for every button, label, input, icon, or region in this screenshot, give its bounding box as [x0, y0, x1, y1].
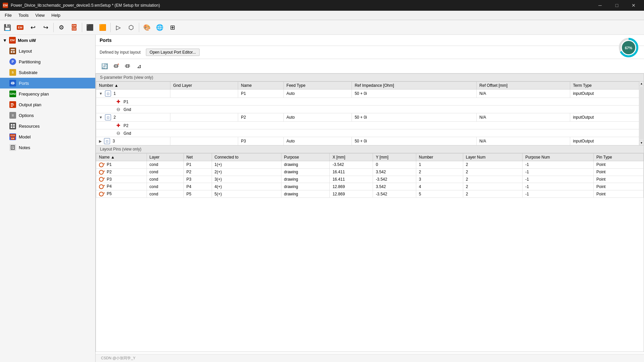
content-area: 67% Ports Defined by input layout Open L… [96, 35, 644, 362]
resources-icon [9, 123, 16, 129]
table-row[interactable]: ✚ P1 [96, 98, 644, 106]
table-row[interactable]: + P5 cond P5 5(+) drawing 12.869 -3.542 … [96, 190, 644, 198]
expand-icon[interactable]: ▶ [99, 139, 102, 143]
sidebar-item-ports[interactable]: Ports [0, 78, 95, 88]
separator-2 [82, 23, 82, 32]
sidebar-item-frequency-plan[interactable]: GHz Frequency plan [0, 88, 95, 99]
watermark-text: CSDN @小张同学_Y [101, 356, 136, 360]
sidebar-item-output-plan[interactable]: Output plan [0, 99, 95, 110]
sparameter-scrollbar: ▲ ▼ [639, 81, 644, 145]
layout-pins-label: Layout Pins (view only) [96, 145, 644, 153]
table-row[interactable]: ⊖ Gnd [96, 129, 644, 137]
sidebar-item-layout[interactable]: Layout [0, 46, 95, 56]
svg-rect-8 [11, 124, 12, 126]
pin-col-name: Name ▲ [96, 154, 147, 161]
table-row[interactable]: ▼ ⊡ 1 P1 Auto 50 + 0i N/A inputOutput [96, 89, 644, 98]
sidebar-item-substrate[interactable]: S Substrate [0, 67, 95, 78]
sidebar-item-resources[interactable]: Resources [0, 121, 95, 131]
progress-circle: 67% [619, 38, 639, 58]
col-number: Number ▲ [96, 82, 170, 89]
sidebar-label-partitioning: Partitioning [19, 59, 41, 64]
sidebar-label-layout: Layout [19, 49, 32, 54]
maximize-button[interactable]: □ [609, 0, 625, 11]
sidebar-item-partitioning[interactable]: P Partitioning [0, 56, 95, 67]
pin-col-purpose: Purpose [281, 154, 330, 161]
svg-rect-10 [11, 126, 12, 128]
sparameter-label: S-parameter Ports (view only) [96, 74, 644, 81]
run-button[interactable]: ▷ [112, 21, 124, 34]
col-gnd-layer: Gnd Layer [170, 82, 238, 89]
substrate-icon: S [9, 69, 16, 76]
sidebar-item-notes[interactable]: Notes [0, 142, 95, 153]
scroll-down-arrow[interactable]: ▼ [639, 140, 644, 145]
expand-icon[interactable]: ▼ [99, 115, 103, 119]
table-row[interactable]: + P3 cond P3 3(+) drawing 16.411 -3.542 … [96, 176, 644, 183]
table-row[interactable]: + P2 cond P2 2(+) drawing 16.411 3.542 2… [96, 168, 644, 176]
save-button[interactable]: 💾 [1, 21, 13, 34]
menu-view[interactable]: View [32, 11, 48, 19]
main-container: ▼ EM Mom uW Layout P Partitioning S Subs… [0, 35, 644, 362]
table-row[interactable]: ⊖ Gnd [96, 106, 644, 113]
layout-button[interactable]: ⬛ [84, 21, 96, 34]
ports-top-bar: Defined by input layout Open Layout Port… [96, 46, 644, 59]
em-button[interactable]: EM [14, 21, 26, 34]
pin-col-purpose-num: Purpose Num [523, 154, 594, 161]
sidebar-label-output: Output plan [19, 102, 41, 107]
expand-icon[interactable]: ▼ [99, 92, 103, 96]
sidebar-group-mom[interactable]: ▼ EM Mom uW [0, 35, 95, 46]
menu-tools[interactable]: Tools [15, 11, 32, 19]
table-row[interactable]: + P4 cond P4 4(+) drawing 12.869 3.542 4… [96, 183, 644, 190]
svg-text:-: - [129, 63, 130, 66]
sidebar-item-options[interactable]: ≡ Options [0, 110, 95, 121]
table-row[interactable]: ▼ ⊡ 2 P2 Auto 50 + 0i N/A inputOutput [96, 113, 644, 122]
menu-help[interactable]: Help [48, 11, 64, 19]
refresh-button[interactable]: 🔄 [100, 61, 110, 71]
pin-col-net: Net [183, 154, 212, 161]
close-button[interactable]: ✕ [626, 0, 641, 11]
layers-button[interactable]: 🟧 [97, 21, 109, 34]
redo-button[interactable]: ↪ [40, 21, 52, 34]
separator-1 [53, 23, 54, 32]
add-port-button[interactable]: + [111, 61, 121, 71]
ports-icon [9, 80, 16, 86]
col-name: Name [238, 82, 284, 89]
table-row[interactable]: ✚ P2 [96, 122, 644, 129]
app-icon: EM [3, 3, 8, 8]
separator-4 [139, 23, 139, 32]
partitioning-icon: P [9, 58, 16, 65]
svg-rect-2 [13, 51, 15, 53]
menu-file[interactable]: File [1, 11, 15, 19]
scroll-up-arrow[interactable]: ▲ [639, 81, 644, 86]
sidebar-label-substrate: Substrate [19, 70, 38, 75]
pin-col-connected: Connected to [212, 154, 281, 161]
window-controls: ─ □ ✕ [592, 0, 641, 11]
settings-button[interactable]: ⚙ [55, 21, 67, 34]
window-title: Power_Divice_lib:schematic_power_device0… [11, 3, 590, 8]
open-port-editor-button[interactable]: Open Layout Port Editor... [146, 49, 200, 56]
pin-col-layer: Layer [147, 154, 183, 161]
minimize-button[interactable]: ─ [592, 0, 608, 11]
sidebar-label-notes: Notes [19, 145, 30, 150]
table-row[interactable]: + P1 cond P1 1(+) drawing -3.542 0 1 2 -… [96, 161, 644, 169]
section-title-text: Ports [100, 38, 112, 43]
grid-button[interactable]: ⊞ [166, 21, 178, 34]
sparameter-table-wrapper[interactable]: Number ▲ Gnd Layer Name Feed Type Ref Im… [96, 81, 644, 145]
svg-rect-5 [11, 103, 13, 104]
filter-button[interactable]: ⊿ [134, 61, 144, 71]
svg-rect-6 [11, 105, 14, 105]
svg-rect-7 [11, 106, 13, 107]
svg-text:+: + [117, 63, 119, 66]
defined-by-label: Defined by input layout [100, 50, 141, 55]
colormap-button[interactable]: 🎨 [141, 21, 153, 34]
titlebar: EM Power_Divice_lib:schematic_power_devi… [0, 0, 644, 11]
cube-button[interactable]: ⬡ [125, 21, 137, 34]
undo-button[interactable]: ↩ [27, 21, 39, 34]
sidebar-item-model[interactable]: 0110 EM Model [0, 131, 95, 142]
em2-button[interactable]: EM EM [68, 21, 80, 34]
table-row[interactable]: ▶ ⊡ 3 P3 Auto 50 + 0i N/A inputOutput [96, 137, 644, 145]
layout-pins-table-wrapper[interactable]: Name ▲ Layer Net Connected to Purpose X … [96, 153, 644, 352]
col-term-type: Term Type [570, 82, 644, 89]
frequency-icon: GHz [9, 90, 16, 97]
remove-port-button[interactable]: - [122, 61, 132, 71]
sphere-button[interactable]: 🌐 [154, 21, 166, 34]
